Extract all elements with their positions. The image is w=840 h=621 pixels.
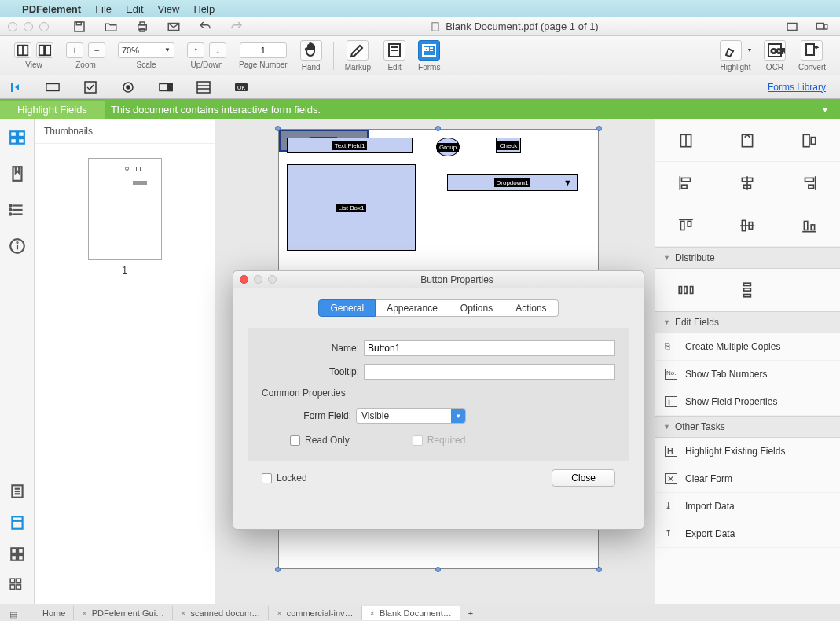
hand-tool-icon[interactable]: [300, 40, 322, 61]
tab-home[interactable]: Home: [35, 606, 74, 620]
radio-tool-icon[interactable]: [121, 81, 135, 94]
system-menubar: PDFelement File Edit View Help: [0, 0, 840, 17]
tab-general[interactable]: General: [318, 299, 376, 317]
mail-icon[interactable]: [167, 20, 181, 34]
undo-icon[interactable]: [198, 20, 212, 34]
rail-option2-icon[interactable]: [9, 514, 26, 531]
traffic-max[interactable]: [39, 22, 49, 31]
tab-doc1[interactable]: ×PDFelement Gui…: [74, 606, 173, 620]
form-dropdown[interactable]: Dropdown1▼: [447, 174, 578, 191]
menu-help[interactable]: Help: [193, 3, 215, 15]
form-field-select[interactable]: Visible ▾: [356, 408, 466, 424]
page-up-icon[interactable]: ↑: [187, 42, 204, 58]
align-left-icon[interactable]: [677, 175, 695, 192]
folder-icon[interactable]: [104, 20, 118, 34]
form-text-field[interactable]: Text Field1: [287, 138, 413, 153]
align-right-icon[interactable]: [801, 175, 818, 192]
edit-fields-section[interactable]: ▼Edit Fields: [655, 311, 840, 333]
save-icon[interactable]: [72, 20, 86, 34]
read-only-checkbox[interactable]: Read Only: [290, 435, 350, 446]
distribute-h-icon[interactable]: [677, 281, 695, 299]
view-single-icon[interactable]: [14, 42, 31, 58]
dropdown-tool-icon[interactable]: [159, 81, 173, 94]
forms-toolbar: OK Forms Library: [0, 75, 840, 99]
devices-icon[interactable]: [815, 20, 829, 34]
show-tab-numbers-item[interactable]: No.Show Tab Numbers: [655, 361, 840, 388]
svg-rect-65: [743, 134, 753, 146]
import-data-item[interactable]: ⤓Import Data: [655, 493, 840, 520]
rail-option1-icon[interactable]: [9, 483, 26, 500]
bookmarks-tab-icon[interactable]: [9, 165, 26, 182]
export-data-item[interactable]: ⤒Export Data: [655, 520, 840, 548]
print-icon[interactable]: [135, 20, 149, 34]
name-input[interactable]: [364, 340, 615, 356]
markup-icon[interactable]: [347, 40, 369, 61]
zoom-in-icon[interactable]: +: [66, 42, 83, 58]
thumbnails-tab-icon[interactable]: [9, 129, 26, 146]
forms-icon[interactable]: [418, 40, 440, 61]
edit-icon[interactable]: [383, 40, 405, 61]
new-tab-button[interactable]: +: [460, 606, 481, 620]
align-bottom-icon[interactable]: [801, 217, 818, 234]
forms-library-link[interactable]: Forms Library: [768, 82, 826, 93]
dialog-close-icon[interactable]: [240, 275, 248, 284]
distribute-section[interactable]: ▼Distribute: [655, 247, 840, 269]
align-center-icon[interactable]: [739, 175, 756, 192]
form-radio-group[interactable]: Group: [436, 138, 460, 156]
tab-doc3[interactable]: ×commercial-inv…: [269, 606, 361, 620]
tabs-menu-icon[interactable]: ▤: [9, 609, 17, 619]
window-tool-icon[interactable]: [785, 20, 799, 34]
align-icon-1[interactable]: [677, 132, 695, 149]
dialog-min-icon[interactable]: [254, 275, 262, 284]
menu-view[interactable]: View: [158, 3, 180, 15]
page-down-icon[interactable]: ↓: [209, 42, 226, 58]
checkbox-tool-icon[interactable]: [83, 81, 97, 94]
menu-edit[interactable]: Edit: [126, 3, 143, 15]
tab-doc4[interactable]: ×Blank Document…: [362, 606, 460, 620]
redo-icon[interactable]: [229, 20, 244, 34]
align-icon-3[interactable]: [801, 132, 818, 149]
tab-appearance[interactable]: Appearance: [376, 299, 449, 317]
highlight-existing-item[interactable]: HHighlight Existing Fields: [655, 438, 840, 465]
dialog-max-icon[interactable]: [268, 275, 277, 284]
tab-doc2[interactable]: ×scanned docum…: [173, 606, 269, 620]
convert-icon[interactable]: [801, 40, 823, 61]
tab-options[interactable]: Options: [449, 299, 504, 317]
listbox-tool-icon[interactable]: [196, 81, 211, 94]
other-tasks-section[interactable]: ▼Other Tasks: [655, 416, 840, 438]
tooltip-input[interactable]: [364, 364, 615, 380]
rail-option4-icon[interactable]: [9, 577, 26, 594]
traffic-min[interactable]: [24, 22, 33, 31]
clear-form-item[interactable]: ✕Clear Form: [655, 465, 840, 493]
page-thumbnail[interactable]: [88, 158, 162, 260]
tab-actions[interactable]: Actions: [504, 299, 558, 317]
highlight-tool-icon[interactable]: [720, 40, 742, 61]
traffic-close[interactable]: [8, 22, 17, 31]
rail-option3-icon[interactable]: [9, 546, 26, 563]
collapse-toolbar-icon[interactable]: [9, 81, 22, 94]
menu-file[interactable]: File: [95, 3, 112, 15]
align-icon-2[interactable]: [739, 132, 756, 149]
locked-checkbox[interactable]: Locked: [262, 472, 307, 483]
svg-rect-67: [811, 137, 816, 144]
view-double-icon[interactable]: [36, 42, 53, 58]
zoom-out-icon[interactable]: −: [88, 42, 105, 58]
info-tab-icon[interactable]: [9, 237, 26, 255]
zoom-select[interactable]: 70%▼: [118, 42, 174, 58]
text-field-tool-icon[interactable]: [46, 81, 60, 94]
outline-tab-icon[interactable]: [9, 201, 26, 219]
distribute-v-icon[interactable]: [739, 281, 756, 299]
align-top-icon[interactable]: [677, 217, 695, 234]
align-middle-icon[interactable]: [739, 217, 756, 234]
show-field-props-item[interactable]: iShow Field Properties: [655, 388, 840, 416]
create-copies-item[interactable]: ⎘Create Multiple Copies: [655, 333, 840, 361]
close-button[interactable]: Close: [552, 469, 615, 487]
highlight-fields-button[interactable]: Highlight Fields: [0, 101, 105, 119]
ocr-icon[interactable]: OCR: [764, 40, 786, 61]
page-number-input[interactable]: [240, 42, 287, 58]
app-name[interactable]: PDFelement: [22, 3, 81, 15]
form-checkbox[interactable]: Check: [496, 138, 521, 153]
button-tool-icon[interactable]: OK: [234, 81, 248, 94]
form-list-box[interactable]: List Box1: [287, 164, 416, 251]
banner-collapse-icon[interactable]: ▼: [821, 105, 840, 114]
